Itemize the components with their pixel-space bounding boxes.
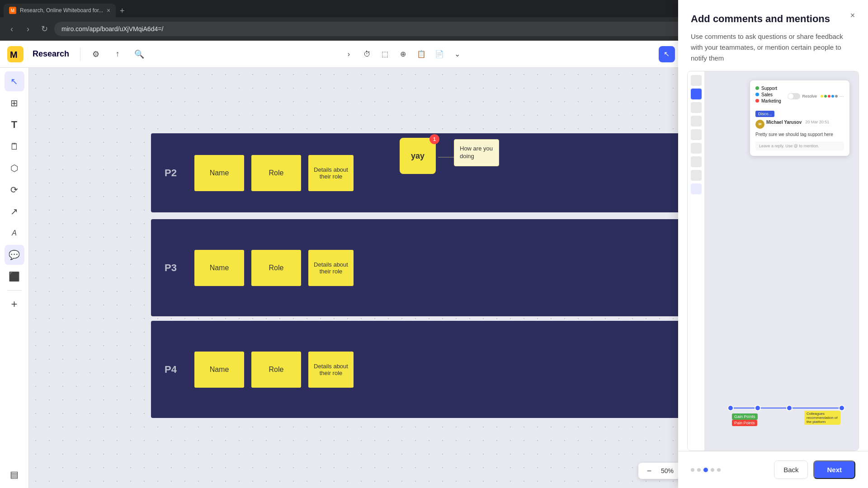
sticky-p2-role[interactable]: Role bbox=[251, 155, 301, 191]
tool-select[interactable]: ↖ bbox=[5, 71, 24, 91]
tool-note[interactable]: 🗒 bbox=[5, 136, 24, 156]
color-dot-yellow bbox=[821, 95, 823, 98]
tool-connector[interactable]: ⟳ bbox=[5, 180, 24, 200]
sticky-p3-role[interactable]: Role bbox=[251, 250, 301, 286]
preview-tool-4 bbox=[691, 129, 702, 140]
page-dot-3[interactable] bbox=[703, 468, 708, 472]
timeline-dot-2 bbox=[755, 405, 761, 411]
preview-tool-comment bbox=[691, 183, 702, 194]
svg-text:M: M bbox=[10, 50, 18, 60]
crop-btn[interactable]: ⊕ bbox=[395, 46, 411, 62]
timer-btn[interactable]: ⏱ bbox=[359, 46, 375, 62]
resolve-label: Resolve bbox=[802, 94, 817, 99]
section-p3: P3 Name Role Details about their role bbox=[151, 219, 705, 316]
panel-preview: Support Sales Marketing bbox=[687, 71, 859, 451]
preview-tool-1 bbox=[691, 75, 702, 86]
preview-commenter-avatar: M bbox=[755, 120, 764, 129]
next-button[interactable]: Next bbox=[813, 460, 855, 479]
legend-dot-support bbox=[755, 86, 759, 90]
preview-sidebar bbox=[688, 71, 705, 450]
resolve-knob bbox=[788, 94, 793, 99]
resolve-section: Resolve ⋯ bbox=[788, 93, 844, 99]
section-p4: P4 Name Role Details about their role bbox=[151, 321, 705, 418]
page-dot-2[interactable] bbox=[697, 468, 701, 472]
legend-marketing: Marketing bbox=[755, 99, 781, 103]
preview-canvas: Support Sales Marketing bbox=[705, 71, 859, 450]
upload-button[interactable]: ↑ bbox=[109, 46, 126, 62]
color-dot-gray bbox=[835, 95, 838, 98]
preview-legend: Support Sales Marketing bbox=[755, 86, 781, 103]
board-name[interactable]: Research bbox=[29, 47, 73, 61]
sticky-p4-details[interactable]: Details about their role bbox=[308, 352, 354, 388]
new-tab-button[interactable]: + bbox=[116, 5, 128, 17]
url-bar[interactable]: miro.com/app/board/uXjVMqiA6d4=/ bbox=[54, 22, 778, 36]
page-dot-5[interactable] bbox=[717, 468, 721, 472]
color-dots bbox=[821, 95, 838, 98]
sticky-p3-details[interactable]: Details about their role bbox=[308, 250, 354, 286]
preview-tool-6 bbox=[691, 156, 702, 167]
preview-commenter-info: Michael Yarusov 20 Mar 20:51 bbox=[766, 120, 829, 125]
preview-tool-5 bbox=[691, 143, 702, 154]
sticky-p3-name[interactable]: Name bbox=[194, 250, 244, 286]
legend-support: Support bbox=[755, 86, 781, 91]
discover-badge: Disco... bbox=[755, 111, 774, 117]
back-button[interactable]: Back bbox=[774, 460, 808, 479]
zoom-out-button[interactable]: − bbox=[644, 465, 655, 476]
color-dot-green bbox=[824, 95, 827, 98]
panel-footer: Back Next bbox=[678, 451, 868, 488]
tool-marker[interactable]: A bbox=[5, 223, 24, 243]
present-icon-btn[interactable]: 📋 bbox=[413, 46, 429, 62]
section-p4-label: P4 bbox=[165, 364, 187, 375]
tool-add[interactable]: + bbox=[5, 294, 24, 314]
page-dot-1[interactable] bbox=[691, 468, 694, 472]
sticky-p2-name[interactable]: Name bbox=[194, 155, 244, 191]
frame-btn[interactable]: ⬚ bbox=[377, 46, 393, 62]
tool-shape[interactable]: ⬡ bbox=[5, 158, 24, 178]
preview-timeline: Gain Points Pain Points Colleagues recom… bbox=[727, 401, 845, 428]
template-btn[interactable]: 📄 bbox=[431, 46, 448, 62]
tab-close-button[interactable]: × bbox=[107, 7, 110, 14]
tutorial-panel: Add comments and mentions Use comments t… bbox=[678, 68, 868, 488]
preview-comment-box: Support Sales Marketing bbox=[750, 80, 849, 156]
tool-text[interactable]: T bbox=[5, 115, 24, 135]
nav-forward-button[interactable]: › bbox=[22, 23, 34, 35]
sticky-p4-role[interactable]: Role bbox=[251, 352, 301, 388]
timeline-dot-1 bbox=[727, 405, 734, 411]
page-dot-4[interactable] bbox=[711, 468, 714, 472]
tag-colleagues: Colleagues recommendation of the platfor… bbox=[804, 411, 840, 425]
preview-comment-header: M Michael Yarusov 20 Mar 20:51 bbox=[755, 120, 844, 129]
sticky-p4-name[interactable]: Name bbox=[194, 352, 244, 388]
preview-reply-field[interactable]: Leave a reply. Use @ to mention. bbox=[755, 141, 844, 150]
section-p2-label: P2 bbox=[165, 167, 187, 179]
miro-logo-icon: M bbox=[7, 46, 24, 62]
tool-table[interactable]: ⊞ bbox=[5, 93, 24, 113]
tool-comment[interactable]: 💬 bbox=[5, 245, 24, 265]
sticky-p2-details[interactable]: Details about their role bbox=[308, 155, 354, 191]
chevron-more[interactable]: ⌄ bbox=[449, 46, 466, 62]
tool-frame[interactable]: ⬛ bbox=[5, 267, 24, 286]
yay-sticky[interactable]: yay 1 › bbox=[400, 138, 436, 174]
zoom-level[interactable]: 50% bbox=[658, 467, 676, 474]
nav-back-button[interactable]: ‹ bbox=[5, 23, 18, 35]
toolbar-center: › ⏱ ⬚ ⊕ 📋 📄 ⌄ bbox=[341, 46, 466, 62]
how-note[interactable]: How are you doing bbox=[454, 139, 499, 166]
active-tab[interactable]: M Research, Online Whiteboard for... × bbox=[4, 4, 116, 17]
tool-pen[interactable]: ↗ bbox=[5, 202, 24, 221]
legend-label-marketing: Marketing bbox=[761, 99, 781, 103]
tool-layout[interactable]: ▤ bbox=[5, 465, 24, 484]
tab-favicon: M bbox=[9, 7, 16, 14]
nav-reload-button[interactable]: ↻ bbox=[38, 23, 51, 35]
miro-logo: M bbox=[7, 46, 24, 62]
sidebar-divider bbox=[7, 290, 22, 291]
legend-label-support: Support bbox=[761, 86, 777, 91]
cursor-btn[interactable]: ↖ bbox=[659, 46, 675, 62]
tag-gain-points: Gain Points bbox=[732, 413, 758, 420]
preview-tool-3 bbox=[691, 116, 702, 127]
search-button[interactable]: 🔍 bbox=[131, 46, 147, 62]
arrow-right-btn[interactable]: › bbox=[341, 46, 357, 62]
resolve-toggle[interactable] bbox=[788, 93, 800, 99]
timeline-dot-3 bbox=[786, 405, 793, 411]
settings-button[interactable]: ⚙ bbox=[88, 46, 104, 62]
miro-app: M Research ⚙ ↑ 🔍 › ⏱ ⬚ ⊕ 📋 📄 ⌄ ↖ ✏ 💬 RJ … bbox=[0, 41, 868, 488]
preview-comment-time: 20 Mar 20:51 bbox=[805, 120, 829, 124]
